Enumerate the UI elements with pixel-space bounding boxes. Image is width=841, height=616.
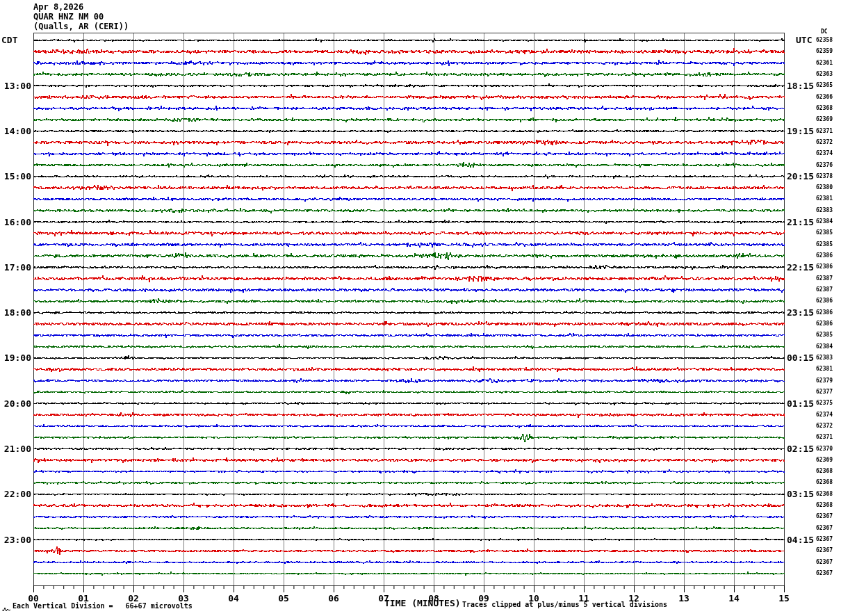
left-hour-label: 17:00 xyxy=(0,262,31,273)
dc-value: 62369 xyxy=(816,457,833,463)
dc-value: 62367 xyxy=(816,559,833,565)
dc-value: 62381 xyxy=(816,366,833,372)
dc-value: 62367 xyxy=(816,513,833,519)
right-hour-label: 03:15 xyxy=(787,489,814,499)
right-hour-label: 02:15 xyxy=(787,444,814,454)
x-axis-tick-label: 15 xyxy=(774,593,794,603)
dc-value: 62369 xyxy=(816,116,833,122)
dc-value: 62367 xyxy=(816,570,833,576)
dc-value: 62381 xyxy=(816,195,833,202)
dc-value: 62367 xyxy=(816,536,833,542)
header-station: QUAR HNZ NM 00 xyxy=(33,12,104,22)
left-hour-label: 21:00 xyxy=(0,444,31,454)
utc-timezone-label: UTC xyxy=(796,35,812,45)
dc-value: 62384 xyxy=(816,218,833,225)
dc-value: 62386 xyxy=(816,264,833,270)
dc-value: 62383 xyxy=(816,355,833,361)
left-hour-label: 22:00 xyxy=(0,489,31,499)
right-hour-label: 21:15 xyxy=(787,217,814,227)
x-axis-tick-label: 06 xyxy=(323,593,344,603)
left-hour-label: 15:00 xyxy=(0,171,31,181)
dc-value: 62367 xyxy=(816,547,833,553)
dc-value: 62386 xyxy=(816,309,833,316)
dc-value: 62379 xyxy=(816,378,833,384)
dc-value: 62365 xyxy=(816,82,833,88)
dc-value: 62368 xyxy=(816,491,833,497)
dc-value: 62366 xyxy=(816,94,833,100)
dc-value: 62370 xyxy=(816,446,833,452)
dc-value: 62368 xyxy=(816,105,833,111)
dc-value: 62371 xyxy=(816,128,833,134)
helicorder-plot-canvas xyxy=(0,0,841,616)
dc-value: 62386 xyxy=(816,252,833,259)
right-hour-label: 04:15 xyxy=(787,535,814,545)
left-hour-label: 20:00 xyxy=(0,398,31,409)
dc-value: 62385 xyxy=(816,229,833,236)
dc-value: 62386 xyxy=(816,298,833,304)
dc-value: 62359 xyxy=(816,48,833,54)
dc-value: 62375 xyxy=(816,400,833,406)
dc-value: 62386 xyxy=(816,321,833,327)
dc-value: 62374 xyxy=(816,412,833,418)
logo-squiggle-icon xyxy=(1,605,11,613)
x-axis-tick-label: 05 xyxy=(273,593,294,603)
dc-value: 62378 xyxy=(816,173,833,179)
x-axis-title: TIME (MINUTES) xyxy=(384,598,461,608)
left-hour-label: 18:00 xyxy=(0,307,31,318)
dc-value: 62368 xyxy=(816,468,833,474)
dc-value: 62383 xyxy=(816,207,833,213)
left-hour-label: 16:00 xyxy=(0,217,31,227)
left-hour-label: 14:00 xyxy=(0,126,31,136)
header-date: Apr 8,2026 xyxy=(33,2,83,12)
right-hour-label: 23:15 xyxy=(787,307,814,318)
dc-column-header: DC xyxy=(821,29,828,35)
right-hour-label: 00:15 xyxy=(787,352,814,363)
dc-value: 62376 xyxy=(816,162,833,168)
dc-value: 62380 xyxy=(816,184,833,191)
clip-note: Traces clipped at plus/minus 5 vertical … xyxy=(462,601,667,608)
right-hour-label: 22:15 xyxy=(787,262,814,273)
dc-value: 62358 xyxy=(816,37,833,43)
right-hour-label: 01:15 xyxy=(787,398,814,409)
dc-value: 62361 xyxy=(816,60,833,66)
dc-value: 62371 xyxy=(816,434,833,440)
dc-value: 62367 xyxy=(816,525,833,531)
dc-value: 62387 xyxy=(816,286,833,293)
x-axis-tick-label: 14 xyxy=(724,593,744,603)
x-axis-tick-label: 13 xyxy=(673,593,694,603)
dc-value: 62387 xyxy=(816,275,833,282)
left-hour-label: 19:00 xyxy=(0,352,31,363)
x-axis-tick-label: 04 xyxy=(223,593,244,603)
dc-value: 62374 xyxy=(816,150,833,156)
left-hour-label: 23:00 xyxy=(0,535,31,545)
dc-value: 62363 xyxy=(816,71,833,77)
right-hour-label: 18:15 xyxy=(787,81,814,91)
scale-note: Each Vertical Division = 66+67 microvolt… xyxy=(13,602,193,610)
dc-value: 62372 xyxy=(816,423,833,429)
dc-value: 62377 xyxy=(816,389,833,395)
left-hour-label: 13:00 xyxy=(0,81,31,91)
dc-value: 62385 xyxy=(816,332,833,338)
dc-value: 62384 xyxy=(816,343,833,350)
dc-value: 62368 xyxy=(816,502,833,508)
cdt-timezone-label: CDT xyxy=(1,35,17,45)
dc-value: 62385 xyxy=(816,241,833,248)
right-hour-label: 19:15 xyxy=(787,126,814,136)
helicorder-page: Apr 8,2026 QUAR HNZ NM 00 (Qualls, AR (C… xyxy=(0,0,841,616)
right-hour-label: 20:15 xyxy=(787,171,814,181)
header-location: (Qualls, AR (CERI)) xyxy=(33,22,129,31)
dc-value: 62368 xyxy=(816,479,833,485)
dc-value: 62372 xyxy=(816,139,833,145)
